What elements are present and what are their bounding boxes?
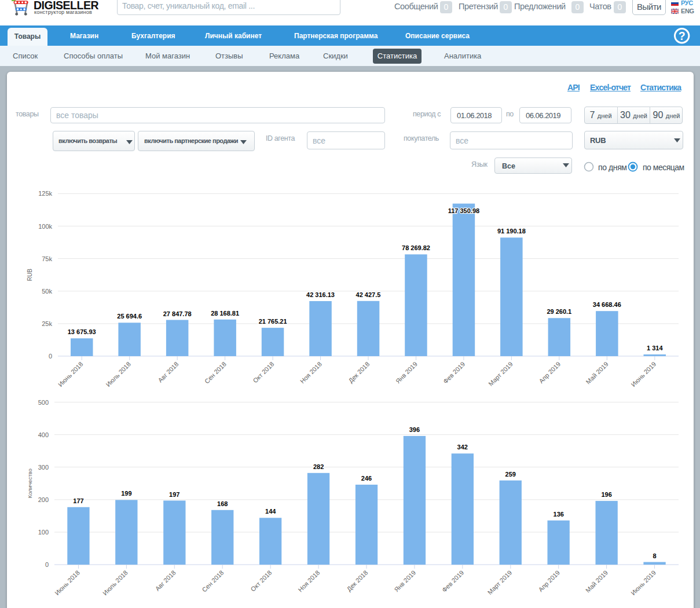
- svg-text:Июнь 2018: Июнь 2018: [53, 569, 81, 597]
- svg-text:91 190.18: 91 190.18: [497, 228, 526, 235]
- svg-text:197: 197: [169, 491, 179, 498]
- svg-text:200: 200: [38, 496, 49, 503]
- svg-text:Ноя 2018: Ноя 2018: [299, 360, 323, 384]
- svg-text:75k: 75k: [42, 255, 52, 262]
- svg-text:Июнь 2019: Июнь 2019: [629, 360, 657, 388]
- svg-text:168: 168: [217, 500, 228, 507]
- svg-text:21 765.21: 21 765.21: [259, 318, 287, 325]
- svg-text:125k: 125k: [38, 190, 52, 197]
- svg-text:?: ?: [679, 30, 686, 42]
- svg-text:27 847.78: 27 847.78: [163, 310, 192, 317]
- svg-text:Сен 2018: Сен 2018: [203, 360, 228, 384]
- svg-text:42 427.5: 42 427.5: [356, 291, 381, 298]
- svg-text:Ноя 2018: Ноя 2018: [296, 569, 321, 594]
- svg-text:196: 196: [601, 491, 611, 498]
- svg-text:25 694.6: 25 694.6: [117, 313, 142, 320]
- svg-text:Янв 2019: Янв 2019: [394, 360, 419, 384]
- svg-text:Июль 2018: Июль 2018: [101, 569, 129, 597]
- svg-text:Фев 2019: Фев 2019: [442, 360, 466, 384]
- svg-text:246: 246: [361, 475, 372, 482]
- svg-text:177: 177: [73, 497, 83, 504]
- svg-text:Май 2019: Май 2019: [585, 360, 610, 385]
- svg-text:259: 259: [505, 471, 516, 478]
- svg-text:Июнь 2019: Июнь 2019: [629, 569, 657, 597]
- svg-text:RUB: RUB: [27, 269, 34, 281]
- svg-text:Янв 2019: Янв 2019: [393, 569, 417, 594]
- svg-text:342: 342: [457, 444, 468, 450]
- svg-text:Авг 2018: Авг 2018: [154, 569, 177, 592]
- svg-text:1 314: 1 314: [647, 345, 663, 351]
- svg-text:100: 100: [38, 529, 49, 536]
- svg-text:400: 400: [38, 431, 49, 438]
- svg-text:282: 282: [313, 463, 324, 470]
- svg-text:78 269.82: 78 269.82: [402, 244, 430, 251]
- svg-text:Июнь 2018: Июнь 2018: [57, 360, 85, 388]
- svg-text:Окт 2018: Окт 2018: [251, 360, 275, 384]
- svg-text:29 260.1: 29 260.1: [547, 308, 571, 315]
- svg-text:50k: 50k: [42, 288, 52, 295]
- svg-text:396: 396: [409, 426, 420, 433]
- svg-text:144: 144: [265, 508, 276, 515]
- svg-text:Апр 2019: Апр 2019: [538, 360, 562, 384]
- svg-text:Сен 2018: Сен 2018: [200, 569, 225, 594]
- svg-text:Фев 2019: Фев 2019: [441, 569, 465, 594]
- svg-text:300: 300: [38, 464, 49, 471]
- svg-text:117 350.98: 117 350.98: [448, 207, 479, 214]
- svg-text:25k: 25k: [42, 320, 52, 327]
- svg-text:Май 2019: Май 2019: [584, 569, 609, 594]
- svg-text:Окт 2018: Окт 2018: [250, 569, 273, 593]
- svg-text:28 168.81: 28 168.81: [211, 310, 239, 317]
- svg-text:Март 2019: Март 2019: [486, 569, 514, 596]
- svg-text:34 668.46: 34 668.46: [593, 301, 621, 308]
- svg-text:500: 500: [38, 399, 49, 406]
- svg-text:136: 136: [554, 511, 564, 518]
- svg-text:13 675.93: 13 675.93: [68, 328, 96, 335]
- svg-text:Апр 2019: Апр 2019: [537, 569, 561, 594]
- svg-text:Июль 2018: Июль 2018: [104, 360, 132, 388]
- svg-text:0: 0: [49, 353, 52, 360]
- svg-text:Дек 2018: Дек 2018: [345, 569, 369, 593]
- svg-text:8: 8: [653, 552, 656, 559]
- svg-text:100k: 100k: [38, 223, 52, 230]
- svg-text:Март 2019: Март 2019: [487, 360, 514, 387]
- svg-text:0: 0: [45, 561, 49, 568]
- svg-text:Дек 2018: Дек 2018: [347, 360, 371, 384]
- svg-text:199: 199: [121, 490, 131, 497]
- svg-text:Количество: Количество: [27, 468, 34, 498]
- svg-text:42 316.13: 42 316.13: [306, 291, 335, 298]
- svg-text:Авг 2018: Авг 2018: [156, 360, 179, 383]
